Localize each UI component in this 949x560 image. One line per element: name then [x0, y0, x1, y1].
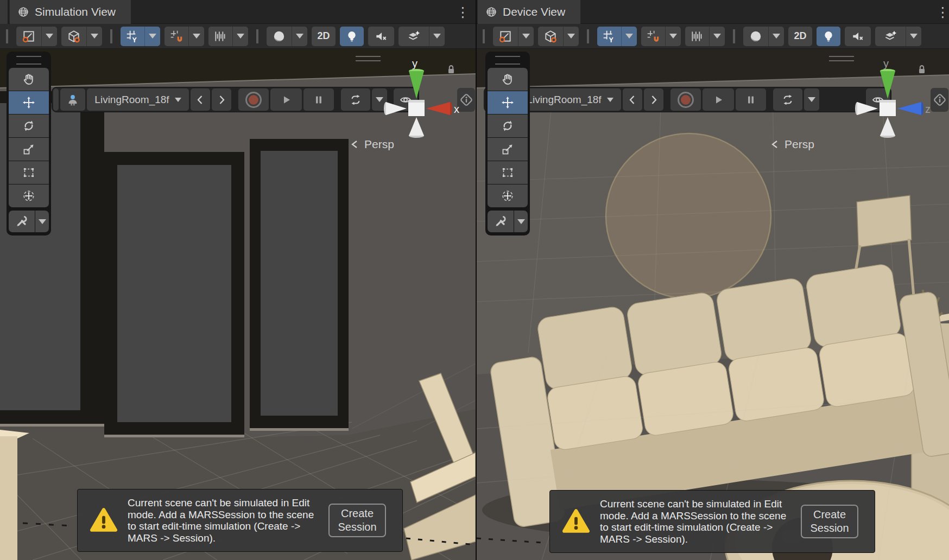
window-menu-button[interactable]: ⋮ — [456, 2, 469, 22]
hand-tool-button[interactable] — [488, 68, 528, 91]
transform-tool-button[interactable] — [9, 184, 49, 207]
lighting-toggle-button[interactable] — [340, 27, 364, 46]
move-tool-button[interactable] — [9, 91, 49, 114]
device-scene-viewport[interactable]: LivingRoom_18f y — [477, 49, 949, 560]
chevron-down-icon — [808, 97, 815, 102]
scale-tool-button[interactable] — [488, 138, 528, 161]
loop-dropdown-button[interactable] — [804, 88, 819, 111]
overlay-lock-button[interactable] — [445, 63, 457, 76]
gizmo-toggle-button[interactable] — [493, 27, 518, 46]
custom-tool-dropdown-button[interactable] — [514, 211, 528, 232]
next-environment-button[interactable] — [212, 88, 231, 111]
audio-mute-icon — [374, 29, 388, 43]
scale-tool-button[interactable] — [9, 138, 49, 161]
warning-icon — [561, 508, 591, 535]
persp-arrow-icon — [770, 139, 781, 150]
simulation-scene-viewport[interactable]: LivingRoom_18f y — [0, 49, 476, 560]
environment-select[interactable]: LivingRoom_18f — [87, 88, 189, 111]
loop-button[interactable] — [341, 88, 370, 111]
snap-increment-dropdown-button[interactable] — [709, 27, 725, 46]
shading-mode-dropdown-button[interactable] — [768, 27, 784, 46]
record-button[interactable] — [238, 88, 269, 111]
create-session-button[interactable]: Create Session — [801, 505, 858, 538]
effects-button[interactable] — [398, 27, 429, 46]
view-2d-button[interactable]: 2D — [312, 27, 336, 46]
grid-snap-dropdown-button[interactable] — [665, 27, 681, 46]
axis-y-label: y — [412, 58, 417, 69]
chevron-down-icon — [237, 34, 244, 39]
gizmo-toggle-button[interactable] — [16, 27, 41, 46]
move-tool-button[interactable] — [488, 91, 528, 114]
shading-mode-button[interactable] — [267, 27, 292, 46]
hand-tool-button[interactable] — [9, 68, 49, 91]
rotate-tool-button[interactable] — [9, 114, 49, 137]
projection-indicator[interactable]: Persp — [350, 138, 394, 151]
next-icon — [215, 93, 228, 106]
pause-button[interactable] — [303, 88, 334, 111]
toolbar-separator — [110, 29, 112, 43]
custom-tool-button[interactable] — [488, 211, 514, 232]
rect-tool-button[interactable] — [488, 161, 528, 184]
effects-dropdown-button[interactable] — [906, 27, 921, 46]
clipped-button[interactable] — [53, 88, 59, 111]
grid-snap-dropdown-button[interactable] — [188, 27, 204, 46]
simulated-user-button[interactable] — [60, 88, 85, 111]
grid-axis-dropdown-button[interactable] — [144, 27, 160, 46]
custom-tool-button[interactable] — [9, 211, 35, 232]
grid-y-axis-button[interactable] — [597, 27, 621, 46]
projection-indicator[interactable]: Persp — [770, 138, 814, 151]
transform-tool-button[interactable] — [488, 184, 528, 207]
snap-increment-button[interactable] — [208, 27, 232, 46]
custom-tool-dropdown-button[interactable] — [35, 211, 49, 232]
draw-mode-button[interactable] — [538, 27, 563, 46]
record-button[interactable] — [670, 88, 701, 111]
globe-icon — [17, 6, 29, 18]
environment-select[interactable]: LivingRoom_18f — [519, 88, 621, 111]
next-environment-button[interactable] — [644, 88, 663, 111]
grid-snap-button[interactable] — [641, 27, 665, 46]
tab-device-view[interactable]: Device View — [478, 0, 580, 24]
previous-environment-button[interactable] — [191, 88, 210, 111]
draw-mode-button[interactable] — [61, 27, 86, 46]
toolbar-separator — [483, 29, 485, 43]
draw-mode-dropdown-button[interactable] — [563, 27, 579, 46]
shading-mode-button[interactable] — [743, 27, 768, 46]
gizmo-dropdown-button[interactable] — [518, 27, 534, 46]
pause-button[interactable] — [736, 88, 766, 111]
tab-simulation-view[interactable]: Simulation View — [10, 0, 131, 24]
rotate-tool-icon — [22, 119, 35, 132]
window-menu-button[interactable]: ⋮ — [936, 2, 949, 22]
snap-increment-button[interactable] — [685, 27, 709, 46]
effects-dropdown-button[interactable] — [429, 27, 445, 46]
draw-mode-dropdown-button[interactable] — [86, 27, 102, 46]
shading-mode-dropdown-button[interactable] — [292, 27, 307, 46]
effects-button[interactable] — [875, 27, 906, 46]
environment-label: LivingRoom_18f — [527, 94, 601, 106]
simulation-view-panel: Simulation View ⋮ 2D — [0, 0, 476, 560]
effects-icon — [407, 29, 421, 43]
prev-icon — [194, 93, 207, 106]
gizmo-toggle-group — [493, 27, 534, 46]
play-button[interactable] — [703, 88, 734, 111]
loop-button[interactable] — [773, 88, 802, 111]
projection-label: Persp — [784, 138, 814, 151]
grid-axis-dropdown-button[interactable] — [621, 27, 637, 46]
lighting-toggle-button[interactable] — [817, 27, 840, 46]
overlay-lock-button[interactable] — [916, 63, 928, 76]
rotate-tool-button[interactable] — [488, 114, 528, 137]
grid-y-axis-icon — [602, 29, 616, 43]
view-2d-button[interactable]: 2D — [788, 27, 812, 46]
create-session-button[interactable]: Create Session — [328, 504, 386, 537]
audio-mute-button[interactable] — [845, 27, 871, 46]
audio-mute-button[interactable] — [368, 27, 394, 46]
play-button[interactable] — [270, 88, 302, 111]
gizmo-dropdown-button[interactable] — [41, 27, 57, 46]
tab-title: Simulation View — [35, 5, 116, 18]
grid-snap-button[interactable] — [165, 27, 188, 46]
palette-drag-handle-icon[interactable] — [16, 56, 41, 65]
rect-tool-button[interactable] — [9, 161, 49, 184]
palette-drag-handle-icon[interactable] — [495, 56, 520, 65]
snap-increment-dropdown-button[interactable] — [232, 27, 248, 46]
previous-environment-button[interactable] — [623, 88, 642, 111]
grid-y-axis-button[interactable] — [121, 27, 144, 46]
